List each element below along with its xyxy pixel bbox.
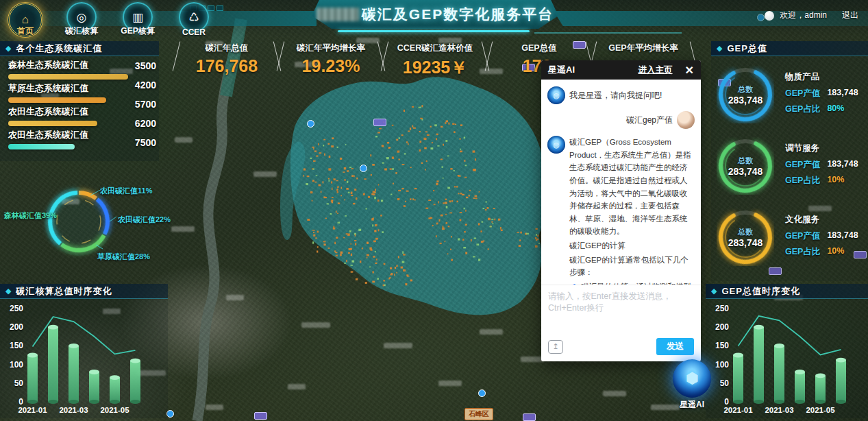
nav-item-首页[interactable]: ⌂首页 <box>5 1 45 36</box>
svg-text:200: 200 <box>715 322 729 332</box>
road-number-badge <box>523 413 536 421</box>
carbon-ts-title: 碳汇核算总值时序变化 <box>16 285 112 298</box>
gauge-share-label: GEP占比 <box>785 104 820 115</box>
stat-label: GEP年平均增长率 <box>591 43 695 54</box>
welcome-text: 欢迎，admin <box>780 10 827 21</box>
dashboard-stage: 碳汇及GEP数字化服务平台 ⌂首页◎碳汇核算▥GEP核算♺CCER 欢迎，adm… <box>0 0 868 421</box>
gauge-category: 文化服务 <box>785 214 858 226</box>
gauge-output-row: GEP产值183,748 <box>785 230 858 242</box>
nav-item-GEP核算[interactable]: ▥GEP核算 <box>118 1 158 36</box>
district-badge: 石峰区 <box>464 408 493 420</box>
stat-CCER碳汇造林价值: CCER碳汇造林价值19235￥ <box>383 40 487 79</box>
gauge-share-row: GEP占比80% <box>785 104 858 115</box>
floating-ai-button[interactable]: ⬢ 星遥AI <box>670 359 714 411</box>
user-message-text: 碳汇gep产值 <box>626 115 673 126</box>
gep-gauge-物质产品: 总数283,748物质产品GEP产值183,748GEP占比80% <box>711 66 868 134</box>
stat-碳汇年总值: 碳汇年总值176,768 <box>175 40 279 79</box>
gauge-total: 283,748 <box>728 166 763 177</box>
stat-label: CCER碳汇造林价值 <box>383 43 487 54</box>
svg-text:150: 150 <box>715 341 729 350</box>
gauge-total: 283,748 <box>728 237 763 248</box>
chat-input-area[interactable]: 请输入，按Enter直接发送消息，Ctrl+Enter换行 ↥ 发送 <box>541 285 701 361</box>
gauge-share-value: 10% <box>827 175 844 187</box>
send-button[interactable]: 发送 <box>656 338 694 355</box>
svg-text:2021-01: 2021-01 <box>723 406 753 414</box>
map-poi-icon <box>360 165 367 172</box>
close-icon[interactable]: ✕ <box>685 64 694 77</box>
user-avatar <box>765 11 774 21</box>
map-label-blur <box>171 226 195 232</box>
donut-label: 农田碳汇值11% <box>100 186 152 196</box>
chat-title: 星遥AI <box>548 64 575 76</box>
gauge-output-row: GEP产值183,748 <box>785 88 858 99</box>
road-number-badge <box>373 119 386 126</box>
carbon-share-donut: 农田碳汇值11%农田碳汇值22%草原碳汇值28%森林碳汇值39% <box>0 168 171 278</box>
nav-label: GEP核算 <box>121 25 154 37</box>
gep-ts-header: ◆ GEP总值时序变化 <box>706 284 868 299</box>
chat-messages[interactable]: ◍ 我是星遥，请向我提问吧! 碳汇gep产值 ◍ 碳汇GEP（Gross Eco… <box>541 80 701 285</box>
eco-bar <box>8 74 128 80</box>
ecosystem-values-column: 35004200570062007500 <box>129 56 156 152</box>
ecosystem-carbon-panel: ◆ 各个生态系统碳汇值 森林生态系统碳汇值草原生态系统碳汇值农田生态系统碳汇值农… <box>0 41 159 161</box>
gauge-share-value: 10% <box>827 246 844 258</box>
map-label-blur <box>521 357 544 362</box>
eco-bar <box>8 121 97 126</box>
gauge-center: 总数283,748 <box>717 66 774 123</box>
gauge-info: 调节服务GEP产值183,748GEP占比10% <box>785 143 858 191</box>
gauge-output-value: 183,748 <box>827 88 858 99</box>
user-message: 碳汇gep产值 <box>547 111 695 129</box>
user-area: 欢迎，admin 退出 <box>765 10 858 21</box>
logout-button[interactable]: 退出 <box>842 10 858 21</box>
gep-total-panel: ◆ GEP总值 总数283,748物质产品GEP产值183,748GEP占比80… <box>711 41 868 281</box>
stat-label: 碳汇年平均增长率 <box>279 43 383 54</box>
svg-text:100: 100 <box>715 360 729 370</box>
bot-answer: ◍ 碳汇GEP（Gross Ecosystem Product，生态系统生产总值… <box>547 136 695 285</box>
chat-header: 星遥AI 进入主页 ✕ <box>541 60 701 80</box>
classification-fringe <box>280 142 305 240</box>
donut-label: 森林碳汇值39% <box>4 210 57 221</box>
svg-text:2021-05: 2021-05 <box>100 406 129 414</box>
ecosystem-panel-header: ◆ 各个生态系统碳汇值 <box>0 41 159 56</box>
donut-label: 草原碳汇值28% <box>97 252 150 262</box>
gauge-output-label: GEP产值 <box>785 159 820 171</box>
svg-text:150: 150 <box>10 341 23 350</box>
map-label-blur <box>288 384 306 389</box>
ecosystem-panel-title: 各个生态系统碳汇值 <box>16 43 102 55</box>
nav-label: 首页 <box>17 25 34 37</box>
gauge-total: 283,748 <box>728 95 763 106</box>
map-label-blur <box>175 137 193 143</box>
svg-text:2021-03: 2021-03 <box>59 406 88 414</box>
main-nav: ⌂首页◎碳汇核算▥GEP核算♺CCER <box>5 1 214 36</box>
nav-item-CCER[interactable]: ♺CCER <box>174 1 214 36</box>
title-underline-dim <box>534 32 682 34</box>
upload-icon[interactable]: ↥ <box>548 340 563 354</box>
gep-timeseries-panel: ◆ GEP总值时序变化 0501001502002502021-012021-0… <box>706 284 868 418</box>
carbon-ts-header: ◆ 碳汇核算总值时序变化 <box>0 284 168 299</box>
map-label-blur <box>226 295 244 300</box>
nav-item-碳汇核算[interactable]: ◎碳汇核算 <box>62 1 101 36</box>
title-redacted-prefix <box>317 8 359 21</box>
classification-overlay <box>290 77 547 315</box>
map-label-blur <box>384 343 412 348</box>
eco-scale-value: 6200 <box>129 114 156 133</box>
diamond-icon: ◆ <box>5 44 11 53</box>
chat-input-placeholder[interactable]: 请输入，按Enter直接发送消息，Ctrl+Enter换行 <box>548 291 694 314</box>
map-label-blur <box>206 405 223 410</box>
title-underline <box>338 30 530 32</box>
stat-value: 19.23% <box>279 56 383 76</box>
map-poi-icon <box>307 120 314 128</box>
nav-label: CCER <box>182 27 206 37</box>
gauge-category: 调节服务 <box>785 143 858 154</box>
svg-text:250: 250 <box>715 304 729 313</box>
gauge-center: 总数283,748 <box>717 137 774 195</box>
chat-paragraph: 碳汇GEP（Gross Ecosystem Product，生态系统生产总值）是… <box>569 136 695 238</box>
gep-ts-title: GEP总值时序变化 <box>721 285 799 298</box>
floating-ai-label: 星遥AI <box>670 399 714 411</box>
ai-sphere-icon[interactable]: ⬢ <box>673 359 711 398</box>
gauge-output-label: GEP产值 <box>785 88 820 99</box>
svg-text:0: 0 <box>724 397 729 407</box>
river-path <box>197 19 241 421</box>
gauge-info: 文化服务GEP产值183,748GEP占比10% <box>785 214 858 262</box>
chat-paragraph: 碳汇GEP的计算 <box>569 239 695 252</box>
chat-home-link[interactable]: 进入主页 <box>638 64 673 76</box>
